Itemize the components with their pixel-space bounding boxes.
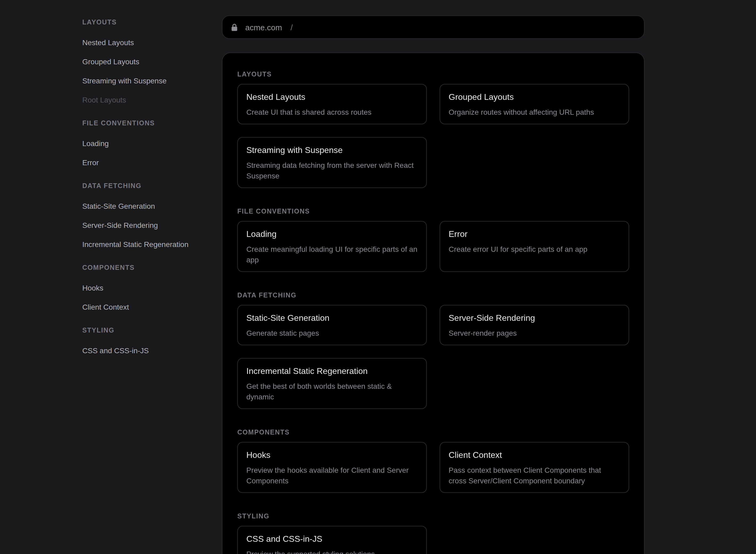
sidebar-list-item: Server-Side Rendering	[82, 216, 216, 235]
card-loading[interactable]: Loading Create meaningful loading UI for…	[237, 221, 427, 272]
card-title: Hooks	[246, 449, 418, 461]
main-section-title: Layouts	[237, 70, 629, 78]
sidebar-section-title: Components	[82, 264, 216, 272]
sidebar-section-title: Data Fetching	[82, 182, 216, 190]
sidebar-item-streaming-with-suspense[interactable]: Streaming with Suspense	[82, 71, 216, 90]
app-playground: Layouts Nested Layouts Grouped Layouts S…	[0, 0, 756, 554]
sidebar-section-list: Loading Error	[82, 134, 216, 172]
card-description: Generate static pages	[246, 328, 418, 338]
card-client-context[interactable]: Client Context Pass context between Clie…	[440, 442, 629, 493]
main-section-styling: Styling CSS and CSS-in-JS Preview the su…	[237, 512, 629, 554]
address-bar: acme.com /	[222, 15, 644, 39]
sidebar-list-item: Streaming with Suspense	[82, 71, 216, 90]
card-description: Server-render pages	[449, 328, 620, 338]
sidebar-list-item: Nested Layouts	[82, 33, 216, 52]
sidebar-list-item: Static-Site Generation	[82, 197, 216, 216]
card-grid: Nested Layouts Create UI that is shared …	[237, 84, 629, 188]
card-description: Preview the hooks available for Client a…	[246, 465, 418, 486]
sidebar-section-list: Hooks Client Context	[82, 278, 216, 317]
card-nested-layouts[interactable]: Nested Layouts Create UI that is shared …	[237, 84, 427, 124]
card-css-and-css-in-js[interactable]: CSS and CSS-in-JS Preview the supported …	[237, 526, 427, 554]
sidebar-section-title: Layouts	[82, 18, 216, 26]
sidebar-section-layouts: Layouts Nested Layouts Grouped Layouts S…	[82, 18, 216, 109]
card-grid: CSS and CSS-in-JS Preview the supported …	[237, 526, 629, 554]
card-description: Get the best of both worlds between stat…	[246, 381, 418, 402]
sidebar-item-client-context[interactable]: Client Context	[82, 297, 216, 317]
card-description: Streaming data fetching from the server …	[246, 160, 418, 181]
sidebar-list-item: Incremental Static Regeneration	[82, 235, 216, 254]
card-error[interactable]: Error Create error UI for specific parts…	[440, 221, 629, 272]
sidebar-item-grouped-layouts[interactable]: Grouped Layouts	[82, 52, 216, 71]
address-path-separator: /	[291, 22, 293, 32]
sidebar-item-static-site-generation[interactable]: Static-Site Generation	[82, 197, 216, 216]
card-description: Create meaningful loading UI for specifi…	[246, 244, 418, 265]
demo-panel: Layouts Nested Layouts Create UI that is…	[222, 53, 644, 554]
sidebar-section-components: Components Hooks Client Context	[82, 264, 216, 317]
sidebar-list-item: Client Context	[82, 297, 216, 317]
sidebar-item-error[interactable]: Error	[82, 153, 216, 172]
sidebar-item-css-and-css-in-js[interactable]: CSS and CSS-in-JS	[82, 341, 216, 360]
card-title: Streaming with Suspense	[246, 144, 418, 157]
card-grid: Hooks Preview the hooks available for Cl…	[237, 442, 629, 493]
sidebar-section-styling: Styling CSS and CSS-in-JS	[82, 326, 216, 360]
card-description: Create error UI for specific parts of an…	[449, 244, 620, 255]
sidebar-item-hooks[interactable]: Hooks	[82, 278, 216, 297]
main-section-title: Components	[237, 428, 629, 437]
sidebar: Layouts Nested Layouts Grouped Layouts S…	[82, 18, 216, 360]
lock-icon	[231, 23, 238, 31]
sidebar-section-list: Nested Layouts Grouped Layouts Streaming…	[82, 33, 216, 109]
card-streaming-with-suspense[interactable]: Streaming with Suspense Streaming data f…	[237, 137, 427, 188]
card-server-side-rendering[interactable]: Server-Side Rendering Server-render page…	[440, 305, 629, 345]
sidebar-item-nested-layouts[interactable]: Nested Layouts	[82, 33, 216, 52]
card-title: Server-Side Rendering	[449, 312, 620, 325]
card-description: Organize routes without affecting URL pa…	[449, 107, 620, 117]
sidebar-list-item: Hooks	[82, 278, 216, 297]
main-section-layouts: Layouts Nested Layouts Create UI that is…	[237, 70, 629, 188]
sidebar-list-item: Root Layouts	[82, 90, 216, 109]
main-section-file-conventions: File Conventions Loading Create meaningf…	[237, 207, 629, 272]
main-section-title: Styling	[237, 512, 629, 520]
card-grid: Static-Site Generation Generate static p…	[237, 305, 629, 409]
main-section-data-fetching: Data Fetching Static-Site Generation Gen…	[237, 291, 629, 409]
address-domain: acme.com	[245, 22, 282, 32]
sidebar-section-data-fetching: Data Fetching Static-Site Generation Ser…	[82, 182, 216, 254]
card-title: Static-Site Generation	[246, 312, 418, 325]
card-incremental-static-regeneration[interactable]: Incremental Static Regeneration Get the …	[237, 358, 427, 409]
sidebar-section-list: CSS and CSS-in-JS	[82, 341, 216, 360]
browser-demo-area: acme.com / Layouts Nested Layouts Create…	[222, 15, 644, 554]
card-title: Incremental Static Regeneration	[246, 365, 418, 378]
card-description: Preview the supported styling solutions	[246, 549, 418, 554]
main-section-components: Components Hooks Preview the hooks avail…	[237, 428, 629, 493]
card-hooks[interactable]: Hooks Preview the hooks available for Cl…	[237, 442, 427, 493]
card-static-site-generation[interactable]: Static-Site Generation Generate static p…	[237, 305, 427, 345]
card-grid: Loading Create meaningful loading UI for…	[237, 221, 629, 272]
sidebar-item-root-layouts: Root Layouts	[82, 90, 216, 109]
sidebar-section-list: Static-Site Generation Server-Side Rende…	[82, 197, 216, 254]
sidebar-list-item: CSS and CSS-in-JS	[82, 341, 216, 360]
sidebar-item-server-side-rendering[interactable]: Server-Side Rendering	[82, 216, 216, 235]
card-title: CSS and CSS-in-JS	[246, 533, 418, 546]
sidebar-item-loading[interactable]: Loading	[82, 134, 216, 153]
card-title: Nested Layouts	[246, 91, 418, 104]
card-title: Client Context	[449, 449, 620, 461]
sidebar-list-item: Error	[82, 153, 216, 172]
main-section-title: File Conventions	[237, 207, 629, 216]
sidebar-section-title: Styling	[82, 326, 216, 335]
card-description: Pass context between Client Components t…	[449, 465, 620, 486]
sidebar-section-title: File Conventions	[82, 119, 216, 127]
sidebar-item-incremental-static-regeneration[interactable]: Incremental Static Regeneration	[82, 235, 216, 254]
sidebar-list-item: Loading	[82, 134, 216, 153]
card-description: Create UI that is shared across routes	[246, 107, 418, 117]
card-title: Error	[449, 228, 620, 241]
card-title: Grouped Layouts	[449, 91, 620, 104]
main-section-title: Data Fetching	[237, 291, 629, 299]
sidebar-list-item: Grouped Layouts	[82, 52, 216, 71]
card-title: Loading	[246, 228, 418, 241]
sidebar-section-file-conventions: File Conventions Loading Error	[82, 119, 216, 172]
card-grouped-layouts[interactable]: Grouped Layouts Organize routes without …	[440, 84, 629, 124]
